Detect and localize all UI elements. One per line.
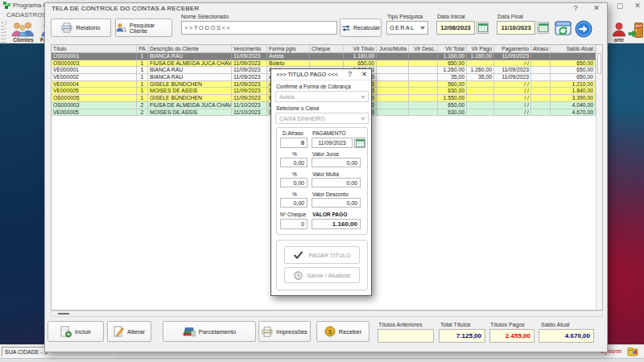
table-row[interactable]: OS0000011BIANCA RAU11/09/2023Avista1.160… — [52, 53, 596, 60]
table-cell: / / — [494, 102, 531, 109]
column-header[interactable]: Vencimento — [232, 45, 267, 53]
column-header[interactable]: Vlr Desc. — [409, 45, 438, 53]
table-cell: 630,00 — [438, 109, 467, 117]
table-cell — [377, 95, 409, 102]
salvar-atualizar-label: Salvar / Atualizar — [308, 272, 351, 279]
close-icon[interactable]: ✕ — [358, 69, 370, 80]
selected-name-field[interactable]: >>TODOS<< — [181, 21, 337, 35]
receber-button[interactable]: $ Receber — [316, 321, 369, 342]
caixa-select[interactable]: CAIXA DINHEIRO — [275, 113, 369, 124]
table-cell: BIANCA RAU — [148, 67, 232, 74]
table-cell: 1.160,00 — [438, 53, 467, 60]
column-header[interactable]: Vlr Título — [344, 45, 377, 53]
impressoes-button[interactable]: Impressões — [258, 321, 311, 342]
table-row[interactable]: OS0000031FIUSA DE ALMEIDA JUCA CHAVES11/… — [52, 60, 596, 68]
column-header[interactable]: Forma pgto — [267, 45, 310, 53]
date-end-calendar-button[interactable] — [537, 22, 549, 34]
table-cell: 1 — [137, 67, 148, 74]
check-icon — [293, 251, 303, 259]
dialog-titlebar[interactable]: >>> TITULO PAGO <<< ? ✕ — [271, 69, 371, 80]
cobranca-select[interactable]: Avista — [275, 91, 369, 102]
desconto-pct-field[interactable]: 0,00 — [280, 198, 308, 208]
table-cell: 11/10/2023 — [232, 109, 267, 117]
juros-value-field[interactable]: 0,00 — [312, 158, 361, 167]
multa-value-field[interactable]: 0,00 — [312, 178, 361, 187]
parcelamento-button[interactable]: Parcelamento — [163, 321, 256, 342]
table-cell: 11/09/2023 — [494, 53, 531, 60]
close-icon[interactable]: ✕ — [588, 3, 605, 14]
date-start-field[interactable]: 12/08/2023 — [436, 21, 475, 35]
calendar-icon — [356, 139, 365, 147]
table-cell — [467, 88, 494, 95]
cobranca-label: Confirme a Forma de Cobrança — [276, 84, 351, 89]
toolbar-exit-button[interactable]: EXIT — [628, 22, 644, 39]
column-header[interactable]: Vlr Total — [438, 45, 467, 53]
date-start-calendar-button[interactable] — [477, 22, 489, 34]
desconto-value-field[interactable]: 0,00 — [312, 198, 361, 208]
vertical-scrollbar-thumb[interactable] — [597, 53, 601, 74]
column-header[interactable]: Descrição do Cliente — [148, 45, 232, 53]
column-header[interactable]: Vlr Pago — [467, 45, 494, 53]
menu-cadastros[interactable]: CADASTROS — [6, 11, 47, 19]
titulo-pago-dialog: >>> TITULO PAGO <<< ? ✕ Confirme a Forma… — [270, 68, 372, 296]
pagamento-calendar-button[interactable] — [354, 138, 365, 148]
table-cell: 11/09/2023 — [232, 60, 267, 68]
table-cell: 1 — [137, 95, 148, 102]
table-cell: 1 — [137, 81, 148, 88]
search-type-select[interactable]: GERAL — [386, 21, 428, 35]
date-end-field[interactable]: 11/10/2023 — [497, 21, 535, 35]
recalculate-button[interactable]: Recalcular — [340, 19, 382, 37]
support-person-icon — [609, 22, 629, 37]
books-icon — [183, 326, 196, 337]
printer-icon — [61, 23, 72, 33]
table-cell: 650,00 — [344, 60, 377, 68]
column-header[interactable]: Cheque — [310, 45, 344, 53]
table-cell — [551, 53, 596, 60]
dialog-title: >>> TITULO PAGO <<< — [276, 71, 338, 78]
column-header[interactable]: Atraso — [531, 45, 551, 53]
alterar-button[interactable]: Alterar — [107, 321, 151, 342]
pagar-titulo-label: PAGAR TITULO — [308, 252, 350, 259]
horizontal-scrollbar[interactable] — [51, 311, 603, 317]
table-cell — [531, 60, 551, 68]
vertical-scrollbar[interactable] — [596, 45, 602, 310]
column-header[interactable]: Juros/Multa — [377, 45, 409, 53]
report-button[interactable]: Relatório — [51, 19, 111, 37]
caixa-label: Selecione o Caixa — [276, 105, 319, 111]
cheque-field[interactable]: 0 — [280, 219, 308, 229]
help-icon[interactable]: ? — [344, 69, 356, 80]
column-header[interactable]: PA — [137, 45, 148, 53]
table-cell — [377, 88, 409, 95]
column-header[interactable]: Pagamento — [494, 45, 531, 53]
multa-pct-field[interactable]: 0,00 — [280, 178, 308, 187]
maximize-icon[interactable]: ▢ — [613, 2, 626, 10]
toolbar-suporte-button[interactable]: orte — [609, 22, 629, 43]
incluir-button[interactable]: Incluir — [47, 321, 104, 342]
table-cell — [409, 95, 438, 102]
search-client-button[interactable]: Pesquisar Cliente — [115, 19, 172, 37]
go-button[interactable] — [575, 20, 592, 38]
table-cell — [377, 60, 409, 68]
table-cell — [409, 109, 438, 117]
refresh-button[interactable] — [555, 20, 572, 36]
multa-label: Valor Multa — [312, 171, 339, 177]
saldo-atual-value: 4.670,00 — [539, 329, 594, 343]
toolbar-clientes-button[interactable]: Clientes — [8, 22, 39, 43]
pagamento-field[interactable]: 11/09/2023 — [312, 138, 353, 148]
salvar-atualizar-button[interactable]: Salvar / Atualizar — [284, 267, 360, 283]
pagar-titulo-button[interactable]: PAGAR TITULO — [284, 246, 360, 264]
table-cell: OS000003 — [52, 102, 137, 109]
table-cell: / / — [494, 88, 531, 95]
atraso-field[interactable]: 0 — [280, 138, 308, 148]
column-header[interactable]: Título — [52, 45, 137, 53]
juros-pct-field[interactable]: 0,00 — [280, 158, 308, 167]
horizontal-scrollbar-thumb[interactable] — [58, 313, 69, 315]
valor-pago-field[interactable]: 1.160,00 — [312, 219, 361, 229]
close-icon[interactable]: ✕ — [631, 2, 644, 10]
titulos-anteriores-label: Títulos Anteriores — [378, 322, 422, 327]
table-cell: VE000005 — [52, 88, 137, 95]
receivables-titlebar[interactable]: TELA DE CONTROLE DO CONTAS A RECEBER ? ✕ — [45, 3, 607, 14]
help-icon[interactable]: ? — [567, 3, 584, 14]
column-header[interactable]: Saldo Atual — [551, 45, 596, 53]
toolbar-suporte-label: orte — [609, 37, 629, 43]
